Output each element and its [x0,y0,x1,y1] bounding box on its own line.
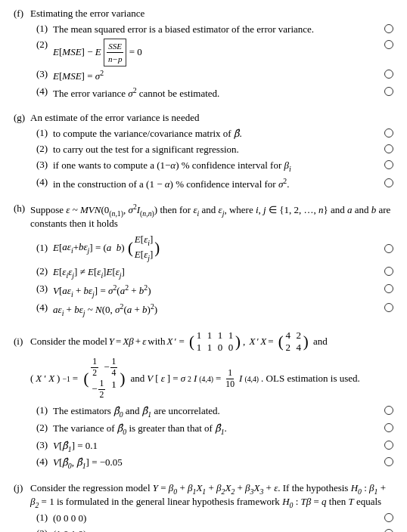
column-vector: ( E[εi] E[εj] ) [128,233,160,264]
section-f: (f) Estimating the error variance (1) Th… [14,8,393,101]
section-g: (g) An estimate of the error variance is… [14,112,393,192]
item-num: (3) [36,439,53,451]
section-j-header: Consider the regression model Y = β0 + β… [30,482,393,509]
radio-button[interactable] [384,87,393,96]
item-num: (4) [36,302,53,314]
item-text: E[aεi + bεj] = (a b) ( E[εi] E[εj] ) [53,233,381,264]
section-j-items: (1) (0 0 0 0) (2) (1 0 1 0) (3) (0 0 0 1… [36,512,393,532]
list-item: (3) E[MSE] = σ2 [36,68,393,84]
list-item: (2) E[εiεj] ≠ E[εi]E[εj] [36,265,393,281]
list-item: (2) to carry out the test for a signific… [36,143,393,157]
item-num: (1) [36,23,53,35]
list-item: (2) (1 0 1 0) [36,527,393,532]
item-num: (2) [36,422,53,434]
list-item: (1) The mean squared error is a biased e… [36,23,393,37]
section-h: (h) Suppose ε ~ MVN(0(n,1), σ2I(n,n)) th… [14,203,393,319]
section-f-header: Estimating the error variance [30,8,393,20]
section-h-header: Suppose ε ~ MVN(0(n,1), σ2I(n,n)) then f… [30,203,393,230]
section-i: (i) Consider the model Y = Xβ + ε with X… [14,329,393,472]
list-item: (4) aεi + bεj ~ N(0, σ2(a + b)2) [36,302,393,319]
radio-button[interactable] [384,160,393,169]
item-num: (2) [36,527,53,532]
item-num: (4) [36,176,53,188]
section-j-label: (j) [14,482,30,494]
section-f-label: (f) [14,8,30,20]
section-f-items: (1) The mean squared error is a biased e… [36,23,393,101]
radio-button[interactable] [384,441,393,450]
item-text: to carry out the test for a significant … [53,143,381,157]
item-num: (3) [36,159,53,171]
section-h-label: (h) [14,203,30,215]
list-item: (3) V[β̂1] = 0.1 [36,439,393,455]
matrix-x-prime: ( 1111 1100 ) [189,329,241,354]
list-item: (1) E[aεi + bεj] = (a b) ( E[εi] E[εj] ) [36,233,393,264]
radio-button[interactable] [384,24,393,33]
section-g-label: (g) [14,112,30,124]
radio-button[interactable] [384,423,393,432]
item-text: The mean squared error is a biased estim… [53,23,381,37]
radio-button[interactable] [384,513,393,522]
item-num: (1) [36,512,53,524]
list-item: (3) if one wants to compute a (1−α) % co… [36,159,393,175]
list-item: (4) V[β̂0, β̂1] = −0.05 [36,456,393,472]
matrix-xtx-inv: ( 12 −14 −12 1 ) [83,357,125,401]
radio-button[interactable] [384,303,393,312]
list-item: (4) in the construction of a (1 − α) % c… [36,176,393,192]
item-text: The estimators β̂0 and β̂1 are uncorrela… [53,404,381,420]
radio-button[interactable] [384,457,393,466]
item-text: E[MSE] − E SSEn−p = 0 [53,39,381,66]
item-num: (2) [36,265,53,277]
item-num: (2) [36,39,53,51]
section-g-items: (1) to compute the variance/covariance m… [36,127,393,192]
section-i-label: (i) [14,336,30,348]
radio-button[interactable] [384,406,393,415]
section-i-subtext: (X′X)−1 = ( 12 −14 −12 1 ) and V[ε] = σ2… [30,357,393,401]
list-item: (1) to compute the variance/covariance m… [36,127,393,141]
item-text: V[aεi + bεj] = σ2(a2 + b2) [53,283,381,300]
item-text: in the construction of a (1 − α) % confi… [53,176,381,192]
list-item: (2) E[MSE] − E SSEn−p = 0 [36,39,393,66]
item-text: to compute the variance/covariance matri… [53,127,381,141]
list-item: (1) The estimators β̂0 and β̂1 are uncor… [36,404,393,420]
item-text: The variance of β̂0 is greater than that… [53,422,381,438]
item-num: (1) [36,127,53,139]
item-num: (4) [36,456,53,468]
list-item: (2) The variance of β̂0 is greater than … [36,422,393,438]
section-i-header: Consider the model Y = Xβ + ε with X′ = … [30,329,393,354]
item-text: aεi + bεj ~ N(0, σ2(a + b)2) [53,302,381,319]
list-item: (4) The error variance σ2 cannot be esti… [36,85,393,101]
item-num: (1) [36,242,53,254]
item-num: (3) [36,68,53,80]
item-text: V[β̂0, β̂1] = −0.05 [53,456,381,472]
radio-button[interactable] [384,178,393,187]
item-num: (1) [36,404,53,416]
radio-button[interactable] [384,529,393,532]
item-text: if one wants to compute a (1−α) % confid… [53,159,381,175]
section-h-items: (1) E[aεi + bεj] = (a b) ( E[εi] E[εj] )… [36,233,393,319]
section-j: (j) Consider the regression model Y = β0… [14,482,393,532]
list-item: (3) V[aεi + bεj] = σ2(a2 + b2) [36,283,393,300]
radio-button[interactable] [384,267,393,276]
item-text: (1 0 1 0) [53,527,381,532]
matrix-xtx: ( 42 24 ) [278,329,309,354]
item-num: (4) [36,85,53,97]
item-text: (0 0 0 0) [53,512,381,526]
item-num: (2) [36,143,53,155]
radio-button[interactable] [384,128,393,138]
section-i-items: (1) The estimators β̂0 and β̂1 are uncor… [36,404,393,472]
item-text: V[β̂1] = 0.1 [53,439,381,455]
radio-button[interactable] [384,244,393,253]
radio-button[interactable] [384,144,393,153]
item-text: The error variance σ2 cannot be estimate… [53,85,381,101]
item-num: (3) [36,283,53,295]
list-item: (1) (0 0 0 0) [36,512,393,526]
radio-button[interactable] [384,40,393,49]
item-text: E[εiεj] ≠ E[εi]E[εj] [53,265,381,281]
item-text: E[MSE] = σ2 [53,68,381,84]
section-g-header: An estimate of the error variance is nee… [30,112,393,124]
radio-button[interactable] [384,70,393,79]
radio-button[interactable] [384,284,393,293]
